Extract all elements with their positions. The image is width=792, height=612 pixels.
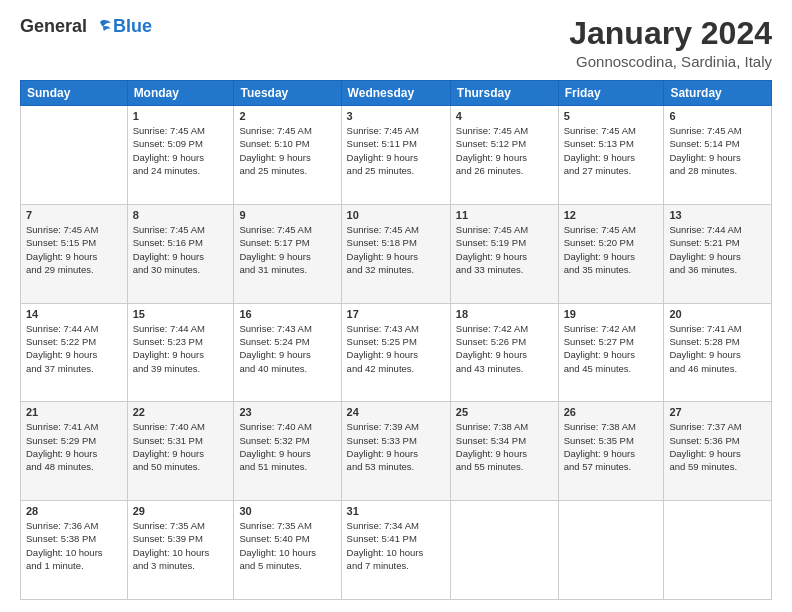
table-row: 30Sunrise: 7:35 AM Sunset: 5:40 PM Dayli…	[234, 501, 341, 600]
table-row: 21Sunrise: 7:41 AM Sunset: 5:29 PM Dayli…	[21, 402, 128, 501]
title-block: January 2024 Gonnoscodina, Sardinia, Ita…	[569, 16, 772, 70]
table-row	[558, 501, 664, 600]
day-info: Sunrise: 7:40 AM Sunset: 5:31 PM Dayligh…	[133, 420, 229, 473]
day-number: 19	[564, 308, 659, 320]
table-row	[664, 501, 772, 600]
day-info: Sunrise: 7:38 AM Sunset: 5:35 PM Dayligh…	[564, 420, 659, 473]
day-number: 3	[347, 110, 445, 122]
day-info: Sunrise: 7:44 AM Sunset: 5:23 PM Dayligh…	[133, 322, 229, 375]
day-info: Sunrise: 7:45 AM Sunset: 5:14 PM Dayligh…	[669, 124, 766, 177]
day-number: 6	[669, 110, 766, 122]
table-row: 17Sunrise: 7:43 AM Sunset: 5:25 PM Dayli…	[341, 303, 450, 402]
day-info: Sunrise: 7:38 AM Sunset: 5:34 PM Dayligh…	[456, 420, 553, 473]
table-row: 22Sunrise: 7:40 AM Sunset: 5:31 PM Dayli…	[127, 402, 234, 501]
table-row: 1Sunrise: 7:45 AM Sunset: 5:09 PM Daylig…	[127, 106, 234, 205]
day-number: 31	[347, 505, 445, 517]
day-info: Sunrise: 7:41 AM Sunset: 5:28 PM Dayligh…	[669, 322, 766, 375]
day-info: Sunrise: 7:42 AM Sunset: 5:27 PM Dayligh…	[564, 322, 659, 375]
table-row	[21, 106, 128, 205]
day-number: 24	[347, 406, 445, 418]
day-number: 15	[133, 308, 229, 320]
calendar-page: General Blue January 2024 Gonnoscodina, …	[0, 0, 792, 612]
table-row: 28Sunrise: 7:36 AM Sunset: 5:38 PM Dayli…	[21, 501, 128, 600]
table-row: 8Sunrise: 7:45 AM Sunset: 5:16 PM Daylig…	[127, 204, 234, 303]
day-number: 28	[26, 505, 122, 517]
table-row: 31Sunrise: 7:34 AM Sunset: 5:41 PM Dayli…	[341, 501, 450, 600]
day-info: Sunrise: 7:45 AM Sunset: 5:16 PM Dayligh…	[133, 223, 229, 276]
day-number: 16	[239, 308, 335, 320]
day-number: 25	[456, 406, 553, 418]
day-number: 22	[133, 406, 229, 418]
table-row: 5Sunrise: 7:45 AM Sunset: 5:13 PM Daylig…	[558, 106, 664, 205]
table-row: 26Sunrise: 7:38 AM Sunset: 5:35 PM Dayli…	[558, 402, 664, 501]
table-row: 11Sunrise: 7:45 AM Sunset: 5:19 PM Dayli…	[450, 204, 558, 303]
day-info: Sunrise: 7:40 AM Sunset: 5:32 PM Dayligh…	[239, 420, 335, 473]
day-info: Sunrise: 7:45 AM Sunset: 5:11 PM Dayligh…	[347, 124, 445, 177]
day-number: 17	[347, 308, 445, 320]
day-info: Sunrise: 7:45 AM Sunset: 5:19 PM Dayligh…	[456, 223, 553, 276]
table-row: 4Sunrise: 7:45 AM Sunset: 5:12 PM Daylig…	[450, 106, 558, 205]
col-friday: Friday	[558, 81, 664, 106]
col-monday: Monday	[127, 81, 234, 106]
day-number: 20	[669, 308, 766, 320]
day-number: 5	[564, 110, 659, 122]
table-row: 29Sunrise: 7:35 AM Sunset: 5:39 PM Dayli…	[127, 501, 234, 600]
day-info: Sunrise: 7:45 AM Sunset: 5:13 PM Dayligh…	[564, 124, 659, 177]
table-row: 24Sunrise: 7:39 AM Sunset: 5:33 PM Dayli…	[341, 402, 450, 501]
table-row: 13Sunrise: 7:44 AM Sunset: 5:21 PM Dayli…	[664, 204, 772, 303]
day-number: 13	[669, 209, 766, 221]
table-row: 16Sunrise: 7:43 AM Sunset: 5:24 PM Dayli…	[234, 303, 341, 402]
day-info: Sunrise: 7:45 AM Sunset: 5:09 PM Dayligh…	[133, 124, 229, 177]
table-row: 2Sunrise: 7:45 AM Sunset: 5:10 PM Daylig…	[234, 106, 341, 205]
logo-text: General Blue	[20, 16, 152, 37]
day-info: Sunrise: 7:39 AM Sunset: 5:33 PM Dayligh…	[347, 420, 445, 473]
day-number: 8	[133, 209, 229, 221]
day-number: 27	[669, 406, 766, 418]
table-row: 3Sunrise: 7:45 AM Sunset: 5:11 PM Daylig…	[341, 106, 450, 205]
col-saturday: Saturday	[664, 81, 772, 106]
day-number: 10	[347, 209, 445, 221]
logo-blue: Blue	[113, 16, 152, 37]
table-row: 9Sunrise: 7:45 AM Sunset: 5:17 PM Daylig…	[234, 204, 341, 303]
header: General Blue January 2024 Gonnoscodina, …	[20, 16, 772, 70]
calendar-week-row: 7Sunrise: 7:45 AM Sunset: 5:15 PM Daylig…	[21, 204, 772, 303]
day-info: Sunrise: 7:45 AM Sunset: 5:15 PM Dayligh…	[26, 223, 122, 276]
day-info: Sunrise: 7:35 AM Sunset: 5:39 PM Dayligh…	[133, 519, 229, 572]
day-info: Sunrise: 7:45 AM Sunset: 5:17 PM Dayligh…	[239, 223, 335, 276]
day-info: Sunrise: 7:44 AM Sunset: 5:21 PM Dayligh…	[669, 223, 766, 276]
day-number: 7	[26, 209, 122, 221]
calendar-week-row: 28Sunrise: 7:36 AM Sunset: 5:38 PM Dayli…	[21, 501, 772, 600]
calendar-week-row: 1Sunrise: 7:45 AM Sunset: 5:09 PM Daylig…	[21, 106, 772, 205]
day-info: Sunrise: 7:42 AM Sunset: 5:26 PM Dayligh…	[456, 322, 553, 375]
day-number: 26	[564, 406, 659, 418]
table-row: 25Sunrise: 7:38 AM Sunset: 5:34 PM Dayli…	[450, 402, 558, 501]
table-row: 18Sunrise: 7:42 AM Sunset: 5:26 PM Dayli…	[450, 303, 558, 402]
table-row: 10Sunrise: 7:45 AM Sunset: 5:18 PM Dayli…	[341, 204, 450, 303]
table-row: 14Sunrise: 7:44 AM Sunset: 5:22 PM Dayli…	[21, 303, 128, 402]
day-number: 21	[26, 406, 122, 418]
day-number: 30	[239, 505, 335, 517]
day-number: 1	[133, 110, 229, 122]
location: Gonnoscodina, Sardinia, Italy	[569, 53, 772, 70]
header-row: Sunday Monday Tuesday Wednesday Thursday…	[21, 81, 772, 106]
day-info: Sunrise: 7:43 AM Sunset: 5:25 PM Dayligh…	[347, 322, 445, 375]
logo-general: General	[20, 16, 87, 37]
day-info: Sunrise: 7:45 AM Sunset: 5:18 PM Dayligh…	[347, 223, 445, 276]
calendar-week-row: 14Sunrise: 7:44 AM Sunset: 5:22 PM Dayli…	[21, 303, 772, 402]
table-row: 20Sunrise: 7:41 AM Sunset: 5:28 PM Dayli…	[664, 303, 772, 402]
table-row: 12Sunrise: 7:45 AM Sunset: 5:20 PM Dayli…	[558, 204, 664, 303]
day-number: 11	[456, 209, 553, 221]
day-number: 9	[239, 209, 335, 221]
calendar-week-row: 21Sunrise: 7:41 AM Sunset: 5:29 PM Dayli…	[21, 402, 772, 501]
day-number: 2	[239, 110, 335, 122]
day-info: Sunrise: 7:45 AM Sunset: 5:10 PM Dayligh…	[239, 124, 335, 177]
day-info: Sunrise: 7:45 AM Sunset: 5:12 PM Dayligh…	[456, 124, 553, 177]
table-row: 19Sunrise: 7:42 AM Sunset: 5:27 PM Dayli…	[558, 303, 664, 402]
day-number: 29	[133, 505, 229, 517]
day-info: Sunrise: 7:43 AM Sunset: 5:24 PM Dayligh…	[239, 322, 335, 375]
day-info: Sunrise: 7:45 AM Sunset: 5:20 PM Dayligh…	[564, 223, 659, 276]
calendar-table: Sunday Monday Tuesday Wednesday Thursday…	[20, 80, 772, 600]
col-wednesday: Wednesday	[341, 81, 450, 106]
day-number: 12	[564, 209, 659, 221]
table-row: 7Sunrise: 7:45 AM Sunset: 5:15 PM Daylig…	[21, 204, 128, 303]
